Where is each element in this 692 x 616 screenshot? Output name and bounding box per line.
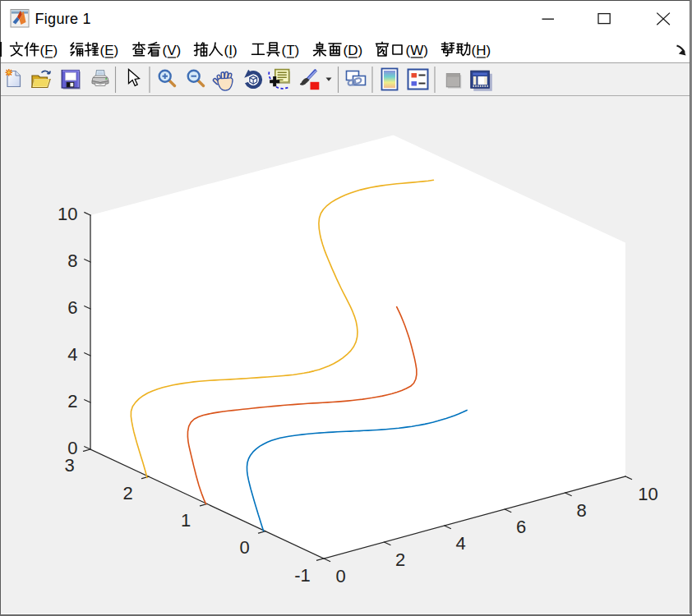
svg-text:0: 0: [239, 537, 249, 558]
svg-text:2: 2: [67, 391, 77, 411]
svg-text:6: 6: [67, 297, 77, 318]
svg-text:8: 8: [576, 500, 586, 521]
svg-text:10: 10: [638, 484, 657, 504]
svg-text:0: 0: [335, 566, 345, 586]
svg-text:4: 4: [455, 533, 465, 554]
svg-text:2: 2: [395, 549, 405, 570]
svg-text:1: 1: [181, 510, 191, 531]
svg-text:0: 0: [67, 438, 77, 458]
svg-text:(F): (F): [40, 43, 58, 58]
svg-text:(I): (I): [224, 43, 238, 58]
svg-text:10: 10: [58, 204, 77, 224]
svg-text:(E): (E): [100, 43, 119, 58]
svg-text:(T): (T): [282, 43, 300, 58]
svg-text:(W): (W): [406, 43, 428, 58]
svg-text:6: 6: [516, 517, 526, 537]
svg-text:(H): (H): [472, 43, 491, 58]
svg-text:(D): (D): [344, 43, 363, 58]
svg-text:4: 4: [67, 344, 77, 365]
svg-text:2: 2: [122, 483, 132, 503]
svg-text:(V): (V): [163, 43, 182, 58]
svg-text:8: 8: [67, 251, 77, 271]
svg-text:-1: -1: [294, 565, 311, 586]
